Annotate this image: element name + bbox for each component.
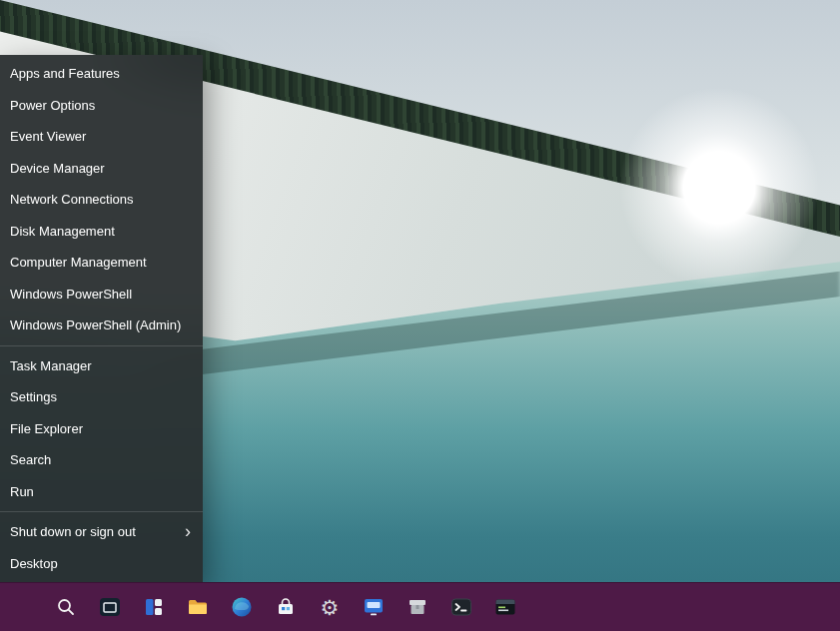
chevron-right-icon: › [185, 522, 191, 540]
menu-item-disk-management[interactable]: Disk Management [0, 216, 203, 248]
widgets-button[interactable] [134, 587, 174, 627]
menu-separator [0, 345, 203, 346]
console-window-icon [494, 596, 516, 618]
task-view-button[interactable] [90, 587, 130, 627]
console-window-button[interactable] [485, 587, 525, 627]
widgets-icon [144, 597, 164, 617]
terminal-icon [450, 596, 472, 618]
menu-group-session: Shut down or sign out › Desktop [0, 516, 203, 579]
edge-icon [231, 596, 253, 618]
menu-item-desktop[interactable]: Desktop [0, 548, 203, 580]
menu-group-system-tools: Apps and Features Power Options Event Vi… [0, 58, 203, 341]
file-explorer-button[interactable] [178, 587, 218, 627]
menu-item-file-explorer[interactable]: File Explorer [0, 413, 203, 445]
menu-separator [0, 511, 203, 512]
microsoft-store-button[interactable] [266, 587, 306, 627]
gear-icon: ⚙ [321, 597, 340, 618]
package-icon [407, 596, 428, 618]
menu-item-computer-management[interactable]: Computer Management [0, 247, 203, 279]
menu-item-run[interactable]: Run [0, 476, 203, 508]
start-button[interactable] [2, 587, 42, 627]
folder-icon [187, 596, 209, 618]
menu-item-power-options[interactable]: Power Options [0, 90, 203, 122]
desktop-screen: Apps and Features Power Options Event Vi… [0, 0, 840, 631]
menu-item-settings[interactable]: Settings [0, 381, 203, 413]
taskbar: ⚙ [0, 582, 840, 631]
blue-app-icon [363, 596, 385, 618]
menu-item-shut-down-or-sign-out[interactable]: Shut down or sign out › [0, 516, 203, 548]
menu-item-device-manager[interactable]: Device Manager [0, 153, 203, 185]
edge-button[interactable] [222, 587, 262, 627]
pinned-app-blue-button[interactable] [354, 587, 394, 627]
menu-item-search[interactable]: Search [0, 444, 203, 476]
windows-start-icon [13, 598, 31, 616]
pinned-app-package-button[interactable] [398, 587, 437, 627]
menu-item-label: Shut down or sign out [10, 524, 136, 539]
winx-context-menu: Apps and Features Power Options Event Vi… [0, 55, 203, 582]
menu-item-event-viewer[interactable]: Event Viewer [0, 121, 203, 153]
store-bag-icon [275, 596, 297, 618]
menu-group-shell: Task Manager Settings File Explorer Sear… [0, 350, 203, 508]
terminal-button[interactable] [441, 587, 481, 627]
search-icon [56, 597, 76, 617]
menu-item-windows-powershell-admin[interactable]: Windows PowerShell (Admin) [0, 310, 203, 341]
menu-item-windows-powershell[interactable]: Windows PowerShell [0, 279, 203, 311]
menu-item-apps-and-features[interactable]: Apps and Features [0, 58, 203, 90]
menu-item-task-manager[interactable]: Task Manager [0, 350, 203, 382]
task-view-icon [99, 596, 121, 618]
search-button[interactable] [46, 587, 86, 627]
settings-button[interactable]: ⚙ [310, 587, 350, 627]
menu-item-network-connections[interactable]: Network Connections [0, 184, 203, 216]
